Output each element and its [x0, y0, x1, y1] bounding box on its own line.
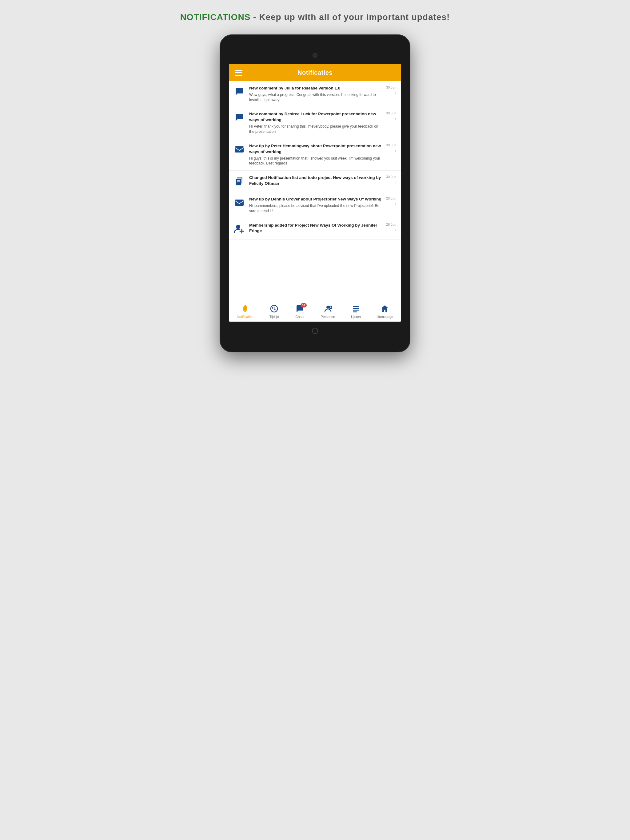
tablet-device: Notificaties New comment by Julia for Re… — [220, 35, 410, 352]
chevron-right-icon: › — [395, 116, 396, 121]
notif-meta: 28 Jun › — [386, 223, 396, 232]
notif-title: Membership added for Project New Ways Of… — [249, 223, 382, 234]
email-icon — [234, 144, 245, 155]
notif-body: Hi Peter, thank you for sharing this. @e… — [249, 124, 382, 134]
copy-icon — [234, 175, 245, 186]
notification-item[interactable]: New comment by Julia for Release version… — [229, 81, 401, 107]
notificaties-nav-icon — [240, 304, 250, 314]
notif-meta: 28 Jun › — [386, 196, 396, 206]
notif-date: 30 Jun — [386, 85, 396, 89]
nav-item-lijsten[interactable]: Lijsten — [351, 304, 361, 319]
svg-rect-16 — [353, 308, 359, 309]
person-add-icon — [234, 223, 245, 234]
notif-content: Membership added for Project New Ways Of… — [249, 223, 382, 235]
notif-title: New comment by Desiree Luck for Powerpoi… — [249, 111, 382, 123]
notificaties-nav-label: Notificaties — [237, 315, 253, 319]
chevron-right-icon: › — [395, 148, 396, 153]
notif-title: New comment by Julia for Release version… — [249, 85, 382, 91]
comment-icon — [234, 112, 245, 123]
chevron-right-icon: › — [395, 90, 396, 95]
chevron-right-icon: › — [395, 227, 396, 232]
chevron-right-icon: › — [395, 201, 396, 206]
svg-rect-0 — [235, 146, 244, 153]
app-header: Notificaties — [229, 64, 401, 81]
notification-item[interactable]: New tip by Dennis Grover about Projectbr… — [229, 192, 401, 218]
notif-body: Hi guys, this is my presentation that I … — [249, 156, 382, 166]
notification-item[interactable]: New tip by Peter Hemmingway about Powerp… — [229, 139, 401, 171]
notification-list: New comment by Julia for Release version… — [229, 81, 401, 240]
page-headline: NOTIFICATIONS - Keep up with all of your… — [180, 12, 450, 22]
notification-item[interactable]: Changed Notification list and todo proje… — [229, 171, 401, 192]
notif-content: New comment by Desiree Luck for Powerpoi… — [249, 111, 382, 134]
chats-nav-label: Chats — [295, 315, 304, 319]
email-icon — [234, 197, 245, 208]
notif-date: 30 Jun — [386, 143, 396, 147]
svg-rect-2 — [236, 178, 241, 185]
notif-date: 30 Jun — [386, 111, 396, 115]
notif-content: New comment by Julia for Release version… — [249, 85, 382, 103]
notif-date: 28 Jun — [386, 196, 396, 200]
bottom-navigation: Notificaties Tijdlijn 32 Chats Personen — [229, 301, 401, 322]
nav-item-personen[interactable]: Personen — [321, 304, 335, 319]
nav-item-homepage[interactable]: Homepage — [377, 304, 393, 319]
notif-title: New tip by Dennis Grover about Projectbr… — [249, 196, 382, 202]
notif-content: New tip by Dennis Grover about Projectbr… — [249, 196, 382, 213]
empty-space — [229, 240, 401, 301]
notif-title: New tip by Peter Hemmingway about Powerp… — [249, 143, 382, 155]
notif-meta: 30 Jun › — [386, 175, 396, 185]
home-button[interactable] — [312, 328, 318, 334]
chat-badge: 32 — [301, 303, 307, 308]
notif-body: Wow guys, what a progress. Congrats with… — [249, 92, 382, 103]
nav-item-notificaties[interactable]: Notificaties — [237, 304, 253, 319]
notif-date: 28 Jun — [386, 223, 396, 226]
notif-body: Hi teammembers, please be advised that I… — [249, 203, 382, 214]
notif-meta: 30 Jun › — [386, 85, 396, 95]
notification-item[interactable]: New comment by Desiree Luck for Powerpoi… — [229, 107, 401, 139]
svg-rect-15 — [353, 306, 359, 307]
homepage-nav-label: Homepage — [377, 315, 393, 319]
notification-item[interactable]: Membership added for Project New Ways Of… — [229, 218, 401, 240]
svg-rect-6 — [235, 199, 244, 206]
notif-content: Changed Notification list and todo proje… — [249, 175, 382, 188]
homepage-nav-icon — [380, 304, 390, 314]
notif-meta: 30 Jun › — [386, 143, 396, 153]
menu-button[interactable] — [235, 70, 242, 76]
notif-title: Changed Notification list and todo proje… — [249, 175, 382, 186]
personen-nav-label: Personen — [321, 315, 335, 319]
svg-rect-18 — [353, 311, 357, 313]
lijsten-nav-icon — [351, 304, 361, 314]
chevron-right-icon: › — [395, 180, 396, 185]
app-title: Notificaties — [298, 69, 332, 76]
tablet-screen: Notificaties New comment by Julia for Re… — [229, 64, 401, 322]
svg-point-11 — [245, 305, 246, 306]
chats-nav-icon: 32 — [295, 304, 305, 314]
svg-point-13 — [326, 306, 329, 309]
notif-content: New tip by Peter Hemmingway about Powerp… — [249, 143, 382, 166]
tijdlijn-nav-label: Tijdlijn — [269, 315, 279, 319]
lijsten-nav-label: Lijsten — [351, 315, 361, 319]
tijdlijn-nav-icon — [269, 304, 279, 314]
notif-meta: 30 Jun › — [386, 111, 396, 121]
nav-item-tijdlijn[interactable]: Tijdlijn — [269, 304, 279, 319]
personen-nav-icon — [323, 304, 333, 314]
svg-rect-10 — [244, 311, 246, 312]
camera — [313, 53, 317, 58]
comment-icon — [234, 86, 245, 97]
svg-rect-17 — [353, 309, 359, 311]
svg-point-7 — [236, 225, 240, 229]
nav-item-chats[interactable]: 32 Chats — [295, 304, 305, 319]
notif-date: 30 Jun — [386, 175, 396, 178]
